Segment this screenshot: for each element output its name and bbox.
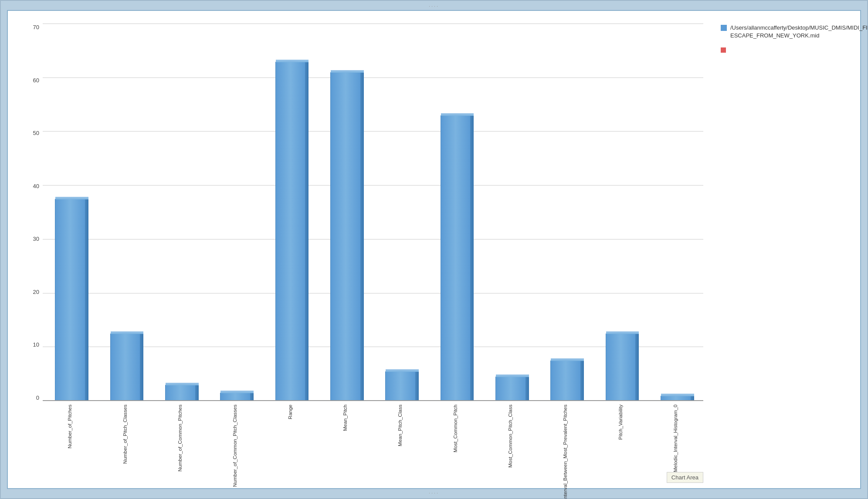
bar-3d-top — [220, 391, 253, 393]
bar-pitch_variability[interactable] — [606, 334, 636, 401]
x-labels: Number_of_PitchesNumber_of_Pitch_Classes… — [43, 401, 703, 488]
outer-frame: ···· ···· 70 60 50 40 30 20 10 0 Number_… — [0, 0, 868, 499]
x-label-group: Mean_Pitch_Class — [373, 401, 428, 488]
bar-group[interactable] — [153, 24, 208, 401]
legend-color-1 — [721, 47, 726, 53]
x-label-5: Mean_Pitch — [342, 405, 349, 431]
legend-item-0: /Users/allanmccafferty/Desktop/MUSIC_DMI… — [721, 24, 851, 40]
bar-mean_pitch[interactable] — [330, 72, 360, 401]
bar-group[interactable] — [263, 24, 318, 401]
bar-3d-top — [331, 70, 363, 73]
x-label-group: Most_Common_Pitch_Class — [483, 401, 538, 488]
bar-3d-top — [166, 383, 198, 385]
bar-3d-side — [195, 385, 199, 401]
x-label-group: Number_of_Common_Pitches — [153, 401, 208, 488]
y-label-60: 60 — [33, 77, 39, 84]
bar-3d-top — [441, 113, 474, 116]
bar-3d-top — [386, 369, 418, 372]
y-label-40: 40 — [33, 183, 39, 189]
bar-3d-top — [111, 331, 143, 334]
x-label-group: Interval_Between_Most_Prevalent_Pitches — [538, 401, 593, 488]
chart-plot-area[interactable]: 70 60 50 40 30 20 10 0 Number_of_Pitches… — [8, 11, 712, 488]
x-label-11: Melodic_Interval_Histogram_0 — [673, 405, 679, 472]
bar-3d-top — [606, 331, 639, 334]
legend-color-0 — [721, 25, 727, 31]
bar-3d-top — [496, 374, 529, 377]
bar-3d-side — [85, 199, 88, 401]
bar-group[interactable] — [373, 24, 428, 401]
top-decoration: ···· — [429, 3, 439, 9]
x-label-4: Range — [288, 405, 294, 419]
bar-number_of_pitches[interactable] — [55, 199, 85, 401]
x-label-8: Most_Common_Pitch_Class — [508, 405, 514, 468]
bar-3d-top — [661, 394, 694, 396]
bar-most_common_pitch[interactable] — [441, 115, 471, 401]
bar-3d-side — [526, 377, 529, 401]
y-label-20: 20 — [33, 289, 39, 295]
bar-group[interactable] — [538, 24, 593, 401]
bar-3d-side — [415, 372, 419, 401]
bar-3d-side — [470, 116, 474, 401]
x-label-group: Number_of_Common_Pitch_Classes — [208, 401, 263, 488]
x-label-0: Number_of_Pitches — [67, 405, 73, 448]
bar-3d-top — [276, 60, 309, 62]
y-label-50: 50 — [33, 130, 39, 136]
x-label-group: Mean_Pitch — [318, 401, 373, 488]
bar-3d-side — [305, 62, 309, 401]
bar-3d-side — [140, 334, 143, 401]
bar-group[interactable] — [98, 24, 153, 401]
x-label-2: Number_of_Common_Pitches — [177, 405, 183, 472]
x-label-9: Interval_Between_Most_Prevalent_Pitches — [563, 405, 569, 499]
y-label-0: 0 — [36, 394, 39, 401]
x-label-1: Number_of_Pitch_Classes — [122, 405, 129, 464]
legend-label-0: /Users/allanmccafferty/Desktop/MUSIC_DMI… — [730, 24, 868, 40]
bar-group[interactable] — [208, 24, 263, 401]
bar-3d-side — [580, 361, 584, 401]
chart-container: 70 60 50 40 30 20 10 0 Number_of_Pitches… — [7, 10, 861, 489]
x-label-7: Most_Common_Pitch — [453, 405, 459, 452]
bar-mean_pitch_class[interactable] — [385, 371, 415, 401]
x-label-group: Number_of_Pitch_Classes — [98, 401, 153, 488]
x-label-group: Pitch_Variability — [593, 401, 648, 488]
y-label-30: 30 — [33, 236, 39, 242]
legend-area: /Users/allanmccafferty/Desktop/MUSIC_DMI… — [712, 11, 860, 488]
bottom-decoration: ···· — [429, 490, 439, 496]
bar-3d-side — [635, 334, 639, 401]
bars-container — [43, 24, 703, 401]
y-axis: 70 60 50 40 30 20 10 0 — [8, 24, 43, 401]
x-label-group: Most_Common_Pitch — [428, 401, 483, 488]
bar-group[interactable] — [648, 24, 703, 401]
bar-number_of_common_pitches[interactable] — [165, 385, 195, 401]
y-label-10: 10 — [33, 341, 39, 348]
x-label-6: Mean_Pitch_Class — [397, 405, 403, 446]
chart-area-label[interactable]: Chart Area — [667, 472, 703, 483]
bar-group[interactable] — [43, 24, 98, 401]
bar-group[interactable] — [428, 24, 483, 401]
x-label-10: Pitch_Variability — [618, 405, 624, 440]
bar-3d-top — [551, 358, 583, 361]
bar-group[interactable] — [318, 24, 373, 401]
bar-3d-side — [360, 73, 364, 401]
bar-number_of_pitch_classes[interactable] — [110, 334, 140, 401]
bar-group[interactable] — [483, 24, 538, 401]
bar-interval_between_most_prevalent_pitches[interactable] — [550, 361, 580, 401]
bar-group[interactable] — [593, 24, 648, 401]
bar-3d-top — [55, 197, 88, 199]
x-label-group: Range — [263, 401, 318, 488]
y-label-70: 70 — [33, 24, 39, 30]
x-label-3: Number_of_Common_Pitch_Classes — [232, 405, 238, 487]
x-label-group: Number_of_Pitches — [43, 401, 98, 488]
bar-most_common_pitch_class[interactable] — [495, 377, 526, 401]
bar-range[interactable] — [275, 62, 305, 401]
legend-item-1 — [721, 47, 851, 53]
